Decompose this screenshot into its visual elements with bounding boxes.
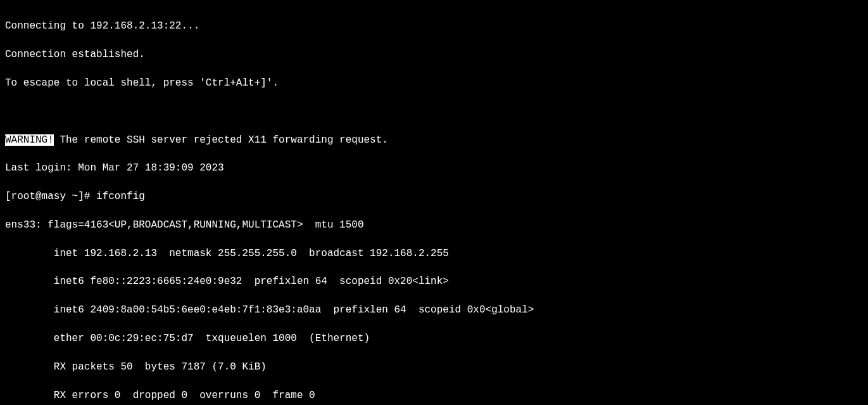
connection-established-line: Connection established. <box>5 48 863 61</box>
command-text: ifconfig <box>96 191 145 202</box>
shell-prompt: [root@masy ~]# <box>5 191 96 202</box>
connecting-line: Connecting to 192.168.2.13:22... <box>5 19 863 33</box>
last-login-line: Last login: Mon Mar 27 18:39:09 2023 <box>5 161 863 175</box>
warning-line: WARNING! The remote SSH server rejected … <box>5 133 863 147</box>
prompt-line-1: [root@masy ~]# ifconfig <box>5 190 863 203</box>
terminal-output[interactable]: Connecting to 192.168.2.13:22... Connect… <box>5 5 863 405</box>
ens33-rx-errors: RX errors 0 dropped 0 overruns 0 frame 0 <box>5 389 863 402</box>
ens33-ether: ether 00:0c:29:ec:75:d7 txqueuelen 1000 … <box>5 331 863 345</box>
ens33-rx-packets: RX packets 50 bytes 7187 (7.0 KiB) <box>5 360 863 374</box>
warning-message: The remote SSH server rejected X11 forwa… <box>54 134 388 146</box>
ens33-inet6-global: inet6 2409:8a00:54b5:6ee0:e4eb:7f1:83e3:… <box>5 303 863 317</box>
ens33-inet6-link: inet6 fe80::2223:6665:24e0:9e32 prefixle… <box>5 274 863 288</box>
ens33-inet: inet 192.168.2.13 netmask 255.255.255.0 … <box>5 247 863 260</box>
blank-line <box>5 105 863 119</box>
escape-hint-line: To escape to local shell, press 'Ctrl+Al… <box>5 76 863 90</box>
ens33-header: ens33: flags=4163<UP,BROADCAST,RUNNING,M… <box>5 218 863 232</box>
warning-label: WARNING! <box>5 134 54 146</box>
